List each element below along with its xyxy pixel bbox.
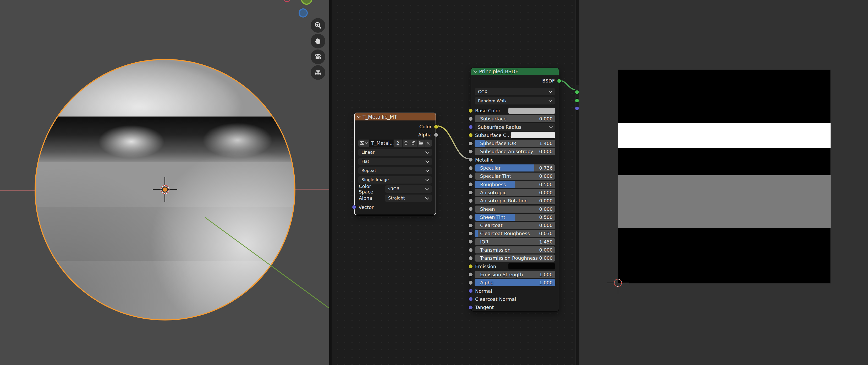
transmission-roughness-input-socket[interactable] [468,256,473,261]
emission-strength-input-socket[interactable] [468,272,473,277]
image-browse-button[interactable] [358,139,369,146]
material-output-node-clipped[interactable] [575,86,579,110]
distribution-dropdown[interactable]: GGX [475,88,555,95]
subsurface-method-dropdown[interactable]: Random Walk [475,97,555,104]
shader-node-editor[interactable]: T_Metallic_MT Color Alpha T_Metal... 2 [332,0,579,365]
tangent-input-socket[interactable] [468,305,473,310]
principled-bsdf-node[interactable]: Principled BSDF BSDF GGX Random Walk Bas… [471,68,559,311]
emission-input-socket[interactable] [468,264,473,269]
specular-tint-slider[interactable]: Specular Tint0.000 [474,172,555,179]
linear-dropdown[interactable]: Linear [358,149,432,156]
base-color-label: Base Color [474,108,500,113]
vector-input-socket[interactable] [352,205,356,209]
image-editor[interactable] [579,0,868,365]
specular-slider[interactable]: Specular0.736 [474,164,555,171]
single-image-dropdown[interactable]: Single Image [358,176,432,184]
sheen-tint-slider[interactable]: Sheen Tint0.500 [474,214,555,221]
anisotropic-slider[interactable]: Anisotropic0.000 [474,189,555,196]
specular-tint-input-socket[interactable] [468,174,473,178]
image-texture-node[interactable]: T_Metallic_MT Color Alpha T_Metal... 2 [354,112,436,215]
color-output-socket[interactable] [434,124,438,129]
clearcoat-roughness-slider[interactable]: Clearcoat Roughness0.030 [474,230,555,237]
roughness-slider[interactable]: Roughness0.500 [474,181,555,188]
pan-gizmo-button[interactable] [311,34,325,48]
new-image-button[interactable] [410,139,417,146]
clearcoat-roughness-input-socket[interactable] [468,231,473,236]
flat-dropdown[interactable]: Flat [358,158,432,165]
clearcoat-roughness-label: Clearcoat Roughness [474,231,530,236]
anisotropic-input-socket[interactable] [468,190,473,195]
transmission-slider[interactable]: Transmission0.000 [474,246,555,254]
zoom-gizmo-button[interactable] [311,18,325,33]
alpha-slider[interactable]: Alpha1.000 [474,279,555,286]
surface-input-socket[interactable] [575,90,579,95]
subsurface-ior-slider[interactable]: Subsurface IOR1.400 [474,140,555,147]
row-clearcoat-roughness: Clearcoat Roughness0.030 [474,230,555,237]
axis-ball-z-icon[interactable] [299,8,308,18]
principled-bsdf-node-header[interactable]: Principled BSDF [471,68,559,75]
specular-input-socket[interactable] [468,166,473,170]
subsurface-anisotropy-label: Subsurface Anisotropy [474,149,533,154]
chevron-down-icon [425,168,430,172]
roughness-input-socket[interactable] [468,182,473,187]
unlink-image-button[interactable] [425,139,432,146]
open-image-button[interactable] [417,139,425,146]
emission-color-swatch[interactable] [508,263,555,270]
clearcoat-input-socket[interactable] [468,223,473,228]
base-color-input-socket[interactable] [468,108,473,113]
anisotropic-rotation-input-socket[interactable] [468,198,473,203]
single-image-label: Single Image [358,177,389,182]
subsurface-anisotropy-input-socket[interactable] [468,149,473,154]
camera-view-button[interactable] [311,49,325,64]
subsurface-c-input-socket[interactable] [468,133,473,137]
users-count-button[interactable]: 2 [394,139,402,146]
specular-tint-label: Specular Tint [474,173,511,179]
collapse-chevron-icon[interactable] [357,114,361,118]
collapse-chevron-icon[interactable] [473,69,477,73]
normal-input-socket[interactable] [468,289,473,293]
subsurface-ior-input-socket[interactable] [468,141,473,146]
volume-input-socket[interactable] [575,98,579,103]
editor-separator[interactable] [576,0,579,365]
transmission-roughness-slider[interactable]: Transmission Roughness0.000 [474,255,555,262]
clearcoat-slider[interactable]: Clearcoat0.000 [474,222,555,229]
anisotropic-rotation-slider[interactable]: Anisotropic Rotation0.000 [474,197,555,204]
sheen-input-socket[interactable] [468,207,473,211]
row-metallic: Metallic [474,156,555,163]
axis-ball-x-icon[interactable] [283,0,290,2]
displacement-input-socket[interactable] [575,106,579,111]
color-space-dropdown[interactable]: sRGB [385,186,432,193]
emission-strength-slider[interactable]: Emission Strength1.000 [474,271,555,278]
sheen-tint-input-socket[interactable] [468,215,473,220]
subsurface-radius-dropdown[interactable]: Subsurface Radius [474,123,555,131]
subsurface-anisotropy-slider[interactable]: Subsurface Anisotropy0.000 [474,148,555,155]
image-name-field[interactable]: T_Metal... [369,139,394,146]
subsurface-c-color-swatch[interactable] [511,132,555,138]
metallic-input-socket[interactable] [468,157,473,162]
distribution-row: GGX [475,88,555,95]
subsurface-input-socket[interactable] [468,117,473,121]
clearcoat-normal-input-socket[interactable] [468,297,473,301]
alpha-input-socket[interactable] [468,280,473,285]
ior-slider[interactable]: IOR1.450 [474,238,555,245]
axis-ball-y-icon[interactable] [301,0,312,5]
ortho-grid-button[interactable] [311,65,325,80]
chevron-down-icon [425,195,430,200]
fake-user-button[interactable] [403,139,410,146]
sheen-slider[interactable]: Sheen0.000 [474,205,555,212]
texture-stripe-2 [618,148,831,175]
subsurface-slider[interactable]: Subsurface0.000 [474,115,555,122]
alpha-mode-label: Alpha [358,195,385,201]
transmission-input-socket[interactable] [468,248,473,253]
texture-stripe-3 [618,175,831,228]
alpha-mode-dropdown[interactable]: Straight [385,195,432,202]
bsdf-output-socket[interactable] [557,78,562,83]
editor-separator[interactable] [329,0,332,365]
base-color-color-swatch[interactable] [508,107,555,114]
alpha-output-socket[interactable] [434,132,438,137]
ior-input-socket[interactable] [468,239,473,244]
subsurface-radius-input-socket[interactable] [468,125,473,129]
image-texture-node-header[interactable]: T_Metallic_MT [354,113,436,121]
repeat-dropdown[interactable]: Repeat [358,167,432,174]
3d-viewport[interactable] [0,0,329,365]
